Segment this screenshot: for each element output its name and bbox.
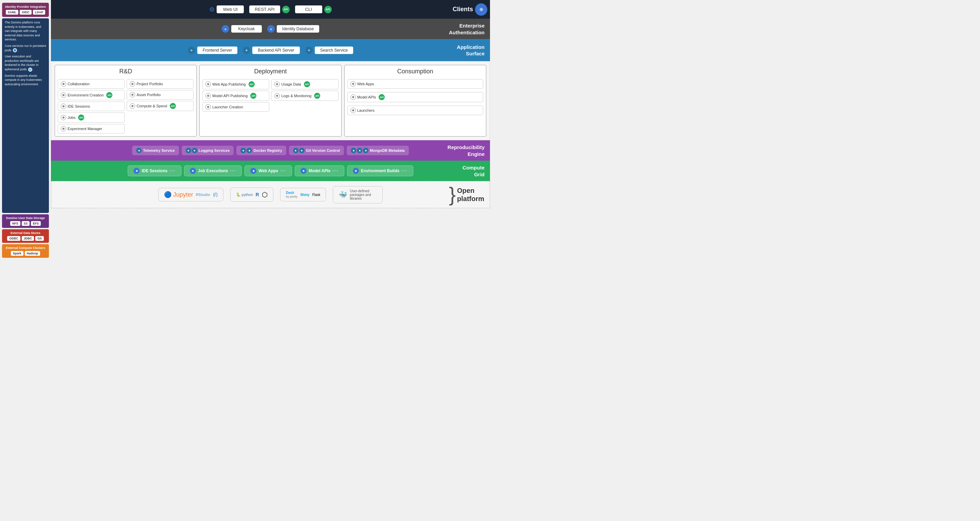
api-badge-cli: API [324, 6, 332, 13]
docker-logo: 🐳 [339, 191, 347, 199]
k8s-icon-keycloak: ⎈ [222, 25, 229, 33]
pod-badge-2 [28, 68, 32, 72]
tag-git: Git [35, 236, 44, 241]
k8s-repro-1: ⎈ [136, 148, 142, 153]
k8s-repro-4b: ⎈ [299, 148, 305, 153]
shiny-logo: Shiny [300, 193, 309, 197]
icon-collaboration [61, 81, 66, 87]
dots-jobs: ··· [230, 168, 236, 174]
rd-left-col: Collaboration Environment Creation API I… [58, 79, 125, 134]
rstudio-logo: RStudio [196, 193, 210, 197]
repro-icons-mongo: ⎈ ⎈ ⎈ [351, 148, 368, 153]
client-box-cli: CLI [295, 5, 322, 13]
icon-asset-portfolio [130, 92, 135, 97]
repro-git: ⎈ ⎈ Git Version Control [289, 146, 344, 155]
k8s-compute-1: ⎈ [134, 168, 140, 174]
icon-logs-monitoring [274, 93, 280, 99]
client-box-restapi: REST API [249, 5, 280, 13]
enterprise-auth-bar: ⎈ Keycloak ⎈ Identity Database Enterpris… [51, 19, 490, 39]
api-badge-restapi: API [282, 6, 290, 13]
brace-icon: } [449, 185, 456, 205]
k8s-icon-backend: ⎈ [243, 46, 250, 54]
rd-item-collaboration: Collaboration [58, 79, 125, 89]
icon-launcher [205, 104, 211, 110]
clients-label: Clients [453, 6, 473, 13]
sidebar: Identity Provider Integration SAML OIDC … [0, 0, 51, 260]
enterprise-auth-label: EnterpriseAuthentication [449, 22, 485, 36]
rd-right-col: Project Portfolio Asset Portfolio Comput… [127, 79, 194, 134]
platform-group-ide: 🔵 Jupyter RStudio ⟨/⟩ [158, 188, 223, 201]
flask-logo: Flask [312, 193, 320, 197]
compute-ide: ⎈ IDE Sessions ··· [128, 166, 181, 176]
repro-engine-bar: ⎈ Telemetry Service ⎈ ⎈ Logging Services… [51, 140, 490, 161]
k8s-compute-5: ⎈ [353, 168, 359, 174]
identity-provider-tags: SAML OIDC LDAP [5, 10, 46, 14]
service-box-keycloak: Keycloak [231, 25, 262, 33]
icon-ide [61, 104, 66, 109]
k8s-repro-2a: ⎈ [186, 148, 191, 153]
repro-icons-git: ⎈ ⎈ [293, 148, 305, 153]
rd-item-experiment: Experiment Manager [58, 124, 125, 134]
service-box-search: Search Service [315, 46, 353, 54]
consumption-title: Consumption [347, 68, 483, 76]
tag-s3: S3 [22, 221, 30, 226]
repro-engine-label: ReproducibilityEngine [447, 144, 485, 157]
client-cli: CLI API [295, 5, 332, 13]
platform-group-lang: 🐍 python R ⬡ [230, 188, 274, 202]
service-backend: ⎈ Backend API Server [243, 46, 299, 54]
tag-oidc: OIDC [20, 10, 32, 14]
app-surface-label: ApplicationSurface [457, 43, 485, 57]
tag-hadoop: Hadoop [25, 251, 40, 256]
vscode-logo: ⟨/⟩ [213, 192, 218, 198]
k8s-repro-5b: ⎈ [357, 148, 362, 153]
desc-para-3: User execution and production workloads … [5, 54, 46, 71]
storage-title: Domino User Data Storage [5, 216, 46, 220]
k8s-compute-3: ⎈ [250, 168, 256, 174]
deployment-panel: Deployment Web App Publishing API Model … [199, 65, 341, 137]
tag-spark: Spark [11, 251, 24, 256]
compute-grid-bar: ⎈ IDE Sessions ··· ⎈ Job Executions ··· … [51, 161, 490, 181]
tag-saml: SAML [6, 10, 19, 14]
repro-docker: ⎈ ⎈ Docker Registry [236, 146, 286, 155]
compute-items: ⎈ IDE Sessions ··· ⎈ Job Executions ··· … [56, 166, 485, 176]
external-data-card: External Data Stores ODBC JDBC Git [2, 229, 49, 243]
dep-item-usage: Usage Data API [271, 79, 338, 89]
api-badge-jobs: API [78, 115, 84, 121]
deployment-grid: Web App Publishing API Model API Publish… [202, 79, 338, 112]
platform-group-app: Dashby plotly Shiny Flask [280, 188, 326, 201]
clients-bar: ⚙ Web UI REST API API CLI [51, 0, 490, 19]
k8s-repro-2b: ⎈ [192, 148, 197, 153]
icon-cons-webapps [350, 81, 356, 87]
open-platform-bar: 🔵 Jupyter RStudio ⟨/⟩ 🐍 python R ⬡ Dashb… [51, 181, 490, 208]
external-data-tags: ODBC JDBC Git [5, 236, 46, 241]
client-items: ⚙ Web UI REST API API CLI [56, 5, 485, 13]
tag-odbc: ODBC [7, 236, 21, 241]
main-container: Identity Provider Integration SAML OIDC … [0, 0, 490, 260]
rd-item-env-creation: Environment Creation API [58, 90, 125, 100]
dep-item-webapp: Web App Publishing API [202, 79, 269, 89]
r-logo: R [256, 192, 259, 198]
rd-title: R&D [58, 68, 194, 76]
tag-ldap: LDAP [33, 10, 46, 14]
open-platform-text: Openplatform [457, 186, 484, 203]
repro-icons-telemetry: ⎈ [136, 148, 142, 153]
tag-efs: EFS [31, 221, 41, 226]
deployment-left-col: Web App Publishing API Model API Publish… [202, 79, 269, 112]
compute-grid-label: ComputeGrid [463, 164, 485, 178]
client-rest-api: REST API API [249, 5, 289, 13]
cons-item-modelapis: Model APIs API [347, 92, 483, 102]
repro-mongo: ⎈ ⎈ ⎈ MongoDB Metadata [347, 146, 409, 155]
rd-item-asset-portfolio: Asset Portfolio [127, 90, 194, 99]
compute-webapps: ⎈ Web Apps ··· [245, 166, 292, 176]
desc-para-4: Domino supports elastic compute in any K… [5, 74, 46, 87]
shell-logo: ⬡ [262, 191, 267, 199]
user-defined-label: User-defined packages and libraries [350, 189, 377, 201]
deployment-title: Deployment [202, 68, 338, 76]
tag-jdbc: JDBC [22, 236, 34, 241]
icon-webapp-pub [205, 81, 211, 87]
consumption-panel: Consumption Web Apps Model APIs API Laun… [344, 65, 486, 137]
k8s-repro-4a: ⎈ [293, 148, 299, 153]
python-logo: 🐍 python [236, 193, 253, 197]
main-sections-row: R&D Collaboration Environment Creation A… [51, 61, 490, 140]
service-search: ⎈ Search Service [305, 46, 353, 54]
